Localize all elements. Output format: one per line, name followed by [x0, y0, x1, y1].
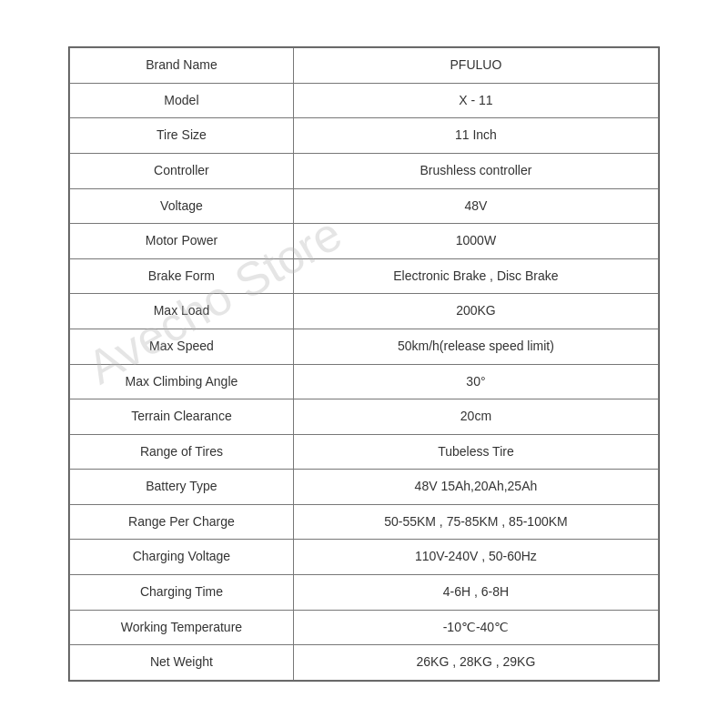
- table-row: Tire Size11 Inch: [70, 118, 659, 154]
- row-label: Voltage: [70, 188, 294, 224]
- row-label: Range of Tires: [70, 434, 294, 470]
- row-label: Working Temperature: [70, 610, 294, 645]
- row-value: PFULUO: [293, 48, 658, 84]
- table-row: Net Weight26KG , 28KG , 29KG: [70, 645, 659, 681]
- row-label: Model: [70, 83, 294, 118]
- table-row: ModelX - 11: [70, 83, 659, 118]
- row-value: -10℃-40℃: [293, 610, 658, 645]
- table-row: Terrain Clearance20cm: [70, 399, 659, 435]
- row-value: 50km/h(release speed limit): [293, 329, 658, 364]
- table-row: ControllerBrushless controller: [70, 153, 659, 188]
- row-value: 11 Inch: [293, 118, 658, 154]
- row-label: Controller: [70, 153, 294, 188]
- row-label: Max Climbing Angle: [70, 364, 294, 399]
- spec-table-wrapper: Brand NamePFULUOModelX - 11Tire Size11 I…: [68, 46, 660, 682]
- table-row: Working Temperature-10℃-40℃: [70, 610, 659, 645]
- table-row: Range of TiresTubeless Tire: [70, 434, 659, 470]
- row-label: Max Load: [70, 294, 294, 329]
- row-value: 30°: [293, 364, 658, 399]
- table-row: Range Per Charge50-55KM , 75-85KM , 85-1…: [70, 504, 659, 540]
- row-value: Electronic Brake , Disc Brake: [293, 258, 658, 294]
- table-row: Charging Voltage110V-240V , 50-60Hz: [70, 540, 659, 575]
- table-row: Max Speed50km/h(release speed limit): [70, 329, 659, 364]
- row-value: 200KG: [293, 294, 658, 329]
- row-label: Brand Name: [70, 48, 294, 84]
- spec-table: Brand NamePFULUOModelX - 11Tire Size11 I…: [69, 47, 659, 681]
- row-value: 110V-240V , 50-60Hz: [293, 540, 658, 575]
- table-row: Brand NamePFULUO: [70, 48, 659, 84]
- row-label: Brake Form: [70, 258, 294, 294]
- row-value: X - 11: [293, 83, 658, 118]
- table-row: Battery Type48V 15Ah,20Ah,25Ah: [70, 470, 659, 505]
- row-label: Charging Voltage: [70, 540, 294, 575]
- row-value: 50-55KM , 75-85KM , 85-100KM: [293, 504, 658, 540]
- table-row: Max Load200KG: [70, 294, 659, 329]
- table-row: Voltage48V: [70, 188, 659, 224]
- row-value: 48V: [293, 188, 658, 224]
- row-value: Brushless controller: [293, 153, 658, 188]
- table-row: Motor Power1000W: [70, 224, 659, 259]
- table-row: Charging Time4-6H , 6-8H: [70, 575, 659, 611]
- table-row: Brake FormElectronic Brake , Disc Brake: [70, 258, 659, 294]
- row-label: Range Per Charge: [70, 504, 294, 540]
- row-label: Charging Time: [70, 575, 294, 611]
- table-row: Max Climbing Angle30°: [70, 364, 659, 399]
- row-value: Tubeless Tire: [293, 434, 658, 470]
- row-label: Net Weight: [70, 645, 294, 681]
- row-label: Tire Size: [70, 118, 294, 154]
- row-label: Battery Type: [70, 470, 294, 505]
- row-label: Motor Power: [70, 224, 294, 259]
- row-value: 48V 15Ah,20Ah,25Ah: [293, 470, 658, 505]
- row-value: 1000W: [293, 224, 658, 259]
- row-label: Max Speed: [70, 329, 294, 364]
- row-value: 4-6H , 6-8H: [293, 575, 658, 611]
- row-label: Terrain Clearance: [70, 399, 294, 435]
- row-value: 20cm: [293, 399, 658, 435]
- row-value: 26KG , 28KG , 29KG: [293, 645, 658, 681]
